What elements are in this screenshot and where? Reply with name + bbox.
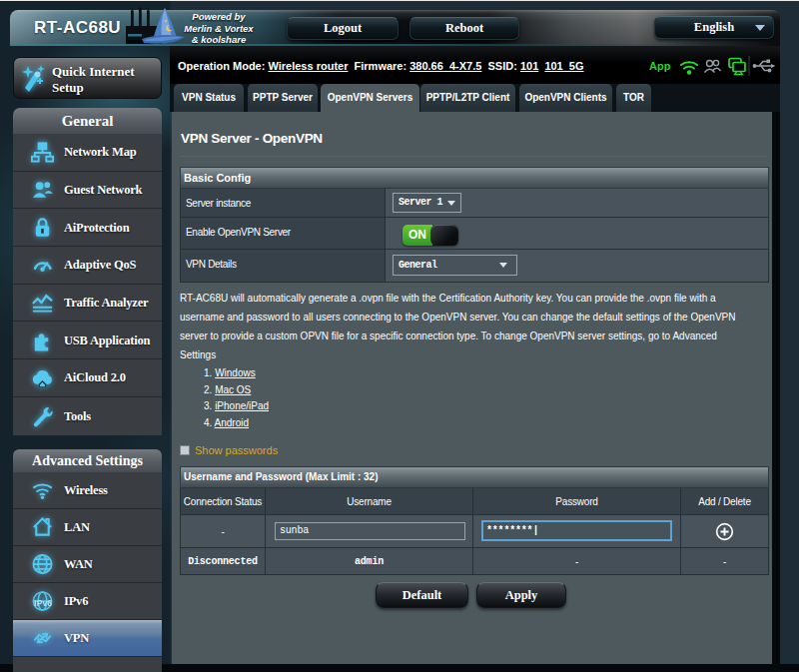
svg-text:IPv6: IPv6 bbox=[34, 598, 52, 608]
